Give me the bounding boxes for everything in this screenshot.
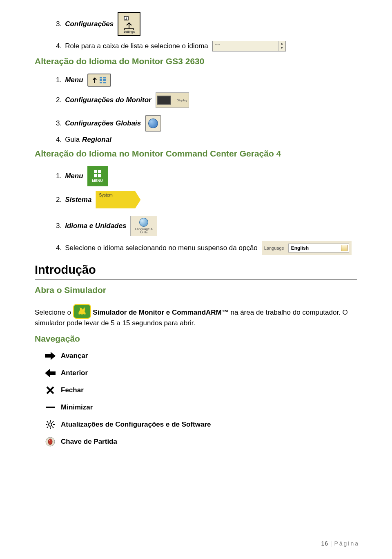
list-number: 3.: [56, 20, 62, 28]
list-item-role: 4. Role para a caixa de lista e selecion…: [56, 41, 357, 51]
svg-rect-4: [103, 77, 106, 78]
svg-rect-6: [103, 79, 106, 81]
heading-abra-simulador: Abra o Simulador: [35, 285, 357, 295]
svg-line-18: [47, 427, 48, 428]
list-item-menu-gs3: 1. Menu: [56, 74, 357, 87]
svg-line-16: [52, 427, 53, 428]
system-tab-icon[interactable]: System: [96, 191, 140, 208]
menu-green-icon[interactable]: MENU: [87, 166, 108, 186]
sim-pre: Selecione o: [35, 309, 73, 316]
page-footer: 16 | Página: [321, 540, 359, 547]
language-field-label: Language: [264, 246, 284, 250]
svg-rect-7: [100, 82, 102, 83]
svg-rect-3: [100, 77, 102, 78]
nav-label: Chave de Partida: [61, 438, 117, 446]
list-number: 2.: [56, 196, 62, 204]
list-text: Selecione o idioma selecionando no menu …: [65, 244, 258, 252]
list-number: 3.: [56, 222, 62, 230]
simulator-paragraph: Selecione o Simulador de Monitor e Comma…: [35, 302, 357, 328]
heading-navegacao: Navegação: [35, 334, 357, 344]
list-item-config-monitor: 2. Configurações do Monitor Display: [56, 92, 357, 108]
list-number: 4.: [56, 136, 62, 144]
menu-green-label: MENU: [92, 179, 103, 183]
list-item-selecione-idioma: 4. Selecione o idioma selecionando no me…: [56, 241, 357, 255]
list-number: 1.: [56, 172, 62, 180]
list-item-menu-gen4: 1. Menu MENU: [56, 166, 357, 186]
ignition-key-icon[interactable]: [45, 437, 56, 447]
heading-introducao: Introdução: [35, 263, 357, 277]
nav-item-key: Chave de Partida: [45, 437, 357, 447]
language-units-icon[interactable]: Language & Units: [130, 216, 157, 236]
system-icon-label: System: [99, 193, 112, 197]
nav-item-forward: Avançar: [45, 351, 357, 361]
john-deere-logo-icon[interactable]: [73, 304, 91, 319]
svg-point-21: [49, 440, 50, 441]
list-number: 4.: [56, 42, 62, 50]
display-icon[interactable]: Display: [156, 92, 189, 108]
list-item-guia-regional: 4. Guia Regional: [56, 136, 357, 144]
page-sep: |: [328, 540, 334, 547]
nav-item-close: Fechar: [45, 385, 357, 395]
globe-icon[interactable]: [145, 115, 161, 132]
display-icon-label: Display: [177, 98, 187, 102]
svg-rect-5: [100, 79, 102, 81]
dropdown-arrow-icon[interactable]: [341, 245, 347, 251]
svg-line-17: [52, 421, 53, 423]
page-number: 16: [321, 540, 328, 547]
list-text: Role para a caixa de lista e selecione o…: [65, 42, 208, 50]
menu-icon[interactable]: [87, 74, 111, 87]
list-label: Regional: [82, 136, 111, 144]
list-item-idioma-unidades: 3. Idioma e Unidades Language & Units: [56, 216, 357, 236]
dropdown-placeholder: ----: [215, 42, 220, 46]
settings-icon: J Settings: [118, 12, 140, 36]
heading-gs3: Alteração do Idioma do Monitor GS3 2630: [35, 56, 357, 66]
svg-point-10: [49, 423, 52, 426]
settings-icon-label: Settings: [123, 30, 135, 33]
nav-label: Avançar: [61, 352, 88, 360]
svg-line-15: [47, 421, 48, 423]
list-item-config-globais: 3. Configurações Globais: [56, 115, 357, 132]
gear-icon[interactable]: [45, 420, 56, 429]
page-text: Página: [334, 540, 359, 547]
list-label: Sistema: [65, 196, 91, 204]
sim-bold: Simulador de Monitor e CommandARM™: [93, 309, 228, 316]
nav-label: Minimizar: [61, 403, 93, 411]
list-label: Configurações Globais: [65, 119, 141, 127]
heading-gen4: Alteração do Idioma no Monitor Command C…: [35, 149, 357, 159]
svg-point-20: [48, 439, 52, 445]
arrow-right-icon[interactable]: [45, 351, 56, 361]
nav-item-back: Anterior: [45, 368, 357, 378]
langunits-line2: Units: [140, 231, 147, 234]
list-number: 4.: [56, 244, 62, 252]
list-label: Configurações do Monitor: [65, 96, 151, 104]
list-label: Configurações: [65, 20, 114, 28]
list-label: Idioma e Unidades: [65, 222, 126, 230]
svg-rect-9: [46, 407, 55, 408]
minimize-icon[interactable]: [45, 402, 56, 412]
language-dropdown-field[interactable]: Language English: [262, 241, 352, 255]
list-number: 2.: [56, 96, 62, 104]
spinner-icon[interactable]: ▲▼: [278, 41, 285, 51]
language-dropdown-icon[interactable]: ---- ▲▼: [212, 41, 286, 51]
list-label: Menu: [65, 172, 83, 180]
nav-item-minimize: Minimizar: [45, 402, 357, 412]
nav-item-updates: Atualizações de Configurações e de Softw…: [45, 420, 357, 429]
list-item-configuracoes: 3. Configurações J Settings: [56, 12, 357, 36]
nav-label: Fechar: [61, 386, 84, 394]
arrow-left-icon[interactable]: [45, 368, 56, 378]
list-label: Menu: [65, 76, 83, 84]
list-pre: Guia: [65, 136, 80, 144]
svg-rect-8: [103, 82, 106, 83]
nav-label: Anterior: [61, 369, 88, 377]
svg-text:J: J: [125, 16, 127, 20]
close-icon[interactable]: [45, 385, 56, 395]
language-field-value: English: [291, 245, 309, 251]
list-item-sistema: 2. Sistema System: [56, 191, 357, 208]
list-number: 1.: [56, 76, 62, 84]
divider: [35, 279, 357, 280]
list-number: 3.: [56, 119, 62, 127]
nav-label: Atualizações de Configurações e de Softw…: [61, 420, 211, 429]
